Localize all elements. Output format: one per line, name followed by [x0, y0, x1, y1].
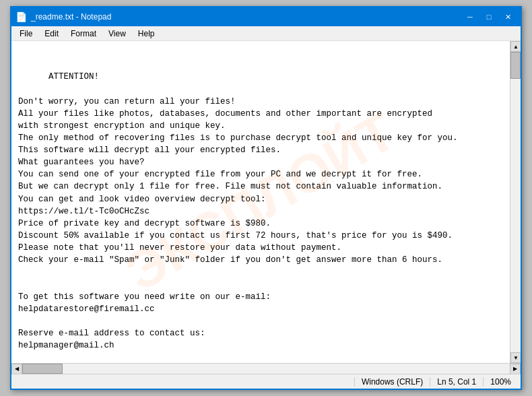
status-line-ending: Windows (CRLF)	[354, 377, 430, 387]
horizontal-scrollbar[interactable]: ◀ ▶	[11, 363, 521, 374]
vertical-scrollbar[interactable]: ▲ ▼	[510, 41, 521, 363]
menu-edit[interactable]: Edit	[39, 28, 64, 40]
title-bar-left: 📄 _readme.txt - Notepad	[15, 11, 111, 22]
status-position: Ln 5, Col 1	[430, 377, 483, 387]
scroll-thumb-v[interactable]	[510, 52, 521, 79]
menu-file[interactable]: File	[14, 28, 38, 40]
app-icon: 📄	[15, 11, 27, 22]
scroll-thumb-h[interactable]	[22, 364, 63, 374]
status-zoom: 100%	[483, 377, 518, 387]
scroll-down-arrow[interactable]: ▼	[510, 352, 521, 363]
scroll-track-v[interactable]	[510, 52, 521, 352]
menu-view[interactable]: View	[103, 28, 131, 40]
document-text: ATTENTION! Don't worry, you can return a…	[18, 72, 458, 363]
status-bar: Windows (CRLF) Ln 5, Col 1 100%	[11, 374, 521, 389]
close-button[interactable]: ✕	[499, 10, 517, 24]
title-bar: 📄 _readme.txt - Notepad ─ □ ✕	[11, 7, 521, 26]
notepad-window: 📄 _readme.txt - Notepad ─ □ ✕ File Edit …	[10, 6, 522, 390]
scroll-up-arrow[interactable]: ▲	[510, 41, 521, 52]
text-editor[interactable]: ЭКСПЛОЙТ ATTENTION! Don't worry, you can…	[11, 41, 510, 363]
title-controls: ─ □ ✕	[461, 10, 517, 24]
window-title: _readme.txt - Notepad	[31, 12, 111, 22]
content-area: ЭКСПЛОЙТ ATTENTION! Don't worry, you can…	[11, 41, 521, 363]
scroll-right-arrow[interactable]: ▶	[510, 364, 521, 374]
menu-help[interactable]: Help	[133, 28, 160, 40]
minimize-button[interactable]: ─	[461, 10, 479, 24]
menu-format[interactable]: Format	[65, 28, 102, 40]
scroll-left-arrow[interactable]: ◀	[11, 364, 22, 374]
maximize-button[interactable]: □	[480, 10, 498, 24]
scroll-track-h[interactable]	[22, 364, 510, 374]
menu-bar: File Edit Format View Help	[11, 26, 521, 41]
